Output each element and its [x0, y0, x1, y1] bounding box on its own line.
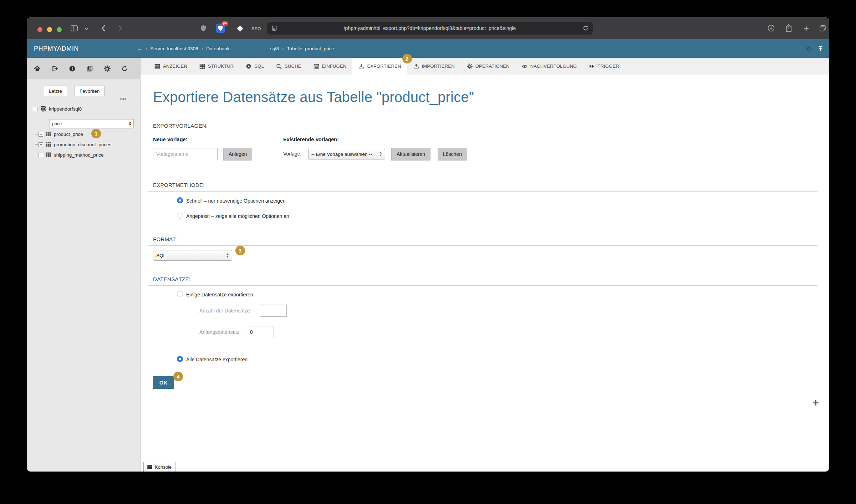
- table-name[interactable]: shipping_method_price: [54, 152, 104, 158]
- template-label: Vorlage:: [283, 151, 301, 157]
- new-tab-button[interactable]: [803, 25, 809, 31]
- tab-label: STRUKTUR: [208, 63, 234, 69]
- favorite-tables-button[interactable]: Favoriten: [75, 86, 105, 96]
- settings-gear-icon[interactable]: [104, 65, 111, 72]
- link-icon[interactable]: [120, 97, 126, 101]
- page-settings-gear-icon[interactable]: [806, 46, 812, 52]
- home-icon[interactable]: [34, 65, 41, 72]
- tab-search[interactable]: SUCHE: [270, 58, 307, 75]
- share-button[interactable]: [785, 24, 792, 32]
- quick-export-radio[interactable]: [177, 197, 183, 203]
- create-template-button[interactable]: Anlegen: [223, 148, 252, 161]
- database-name[interactable]: krippendorfsql8: [49, 106, 82, 112]
- seo-extension-icon[interactable]: SEO: [251, 26, 261, 31]
- section-rows: DATENSÄTZE:: [153, 276, 191, 282]
- tab-label: NACHVERFOLGUNG: [530, 63, 577, 69]
- table-icon: [45, 131, 52, 137]
- tab-label: EXPORTIEREN: [367, 63, 401, 69]
- all-rows-radio[interactable]: [177, 356, 183, 362]
- breadcrumb-separator: ›: [282, 46, 284, 51]
- extension-badge: 9+: [221, 21, 228, 26]
- privacy-shield-icon[interactable]: [200, 25, 207, 32]
- template-select[interactable]: -- Eine Vorlage auswählen --: [308, 149, 385, 159]
- annotation-badge-2: 2: [402, 54, 412, 63]
- recent-tables-button[interactable]: Letzte: [44, 86, 67, 96]
- collapse-expander[interactable]: −: [33, 107, 37, 111]
- update-template-button[interactable]: Aktualisieren: [391, 148, 430, 161]
- table-name[interactable]: product_price: [54, 132, 83, 137]
- close-window-button[interactable]: [37, 27, 42, 32]
- tab-label: SQL: [254, 63, 264, 69]
- table-tab-bar: ANZEIGEN STRUKTUR SQL SUCHE: [141, 58, 829, 75]
- format-select[interactable]: SQL: [153, 250, 232, 261]
- tree-database-row[interactable]: − krippendorfsql8: [33, 104, 82, 113]
- breadcrumb-database-value[interactable]: sql8: [270, 46, 279, 51]
- quick-export-label[interactable]: Schnell – nur notwendige Optionen anzeig…: [186, 198, 286, 204]
- tab-insert[interactable]: EINFÜGEN: [307, 58, 353, 75]
- template-name-input[interactable]: [153, 148, 218, 160]
- tab-label: TRIGGER: [597, 63, 619, 69]
- breadcrumb-separator: ›: [202, 46, 203, 51]
- tab-browse[interactable]: ANZEIGEN: [148, 58, 193, 75]
- screenshot: 9+ SEO /phpmyadmin/tbl_export.php?db=kri…: [0, 0, 856, 504]
- tab-overview-button[interactable]: [819, 25, 826, 32]
- breadcrumb-back-icon[interactable]: ←: [137, 46, 142, 51]
- downloads-button[interactable]: [768, 25, 775, 32]
- divider: [148, 285, 817, 286]
- page-menu-icon[interactable]: [271, 25, 277, 31]
- custom-export-radio[interactable]: [177, 213, 183, 219]
- reload-icon[interactable]: [583, 25, 588, 31]
- some-rows-radio[interactable]: [177, 291, 183, 297]
- tree-table-row[interactable]: + product_price: [39, 129, 83, 139]
- tab-import[interactable]: IMPORTIEREN: [407, 58, 461, 75]
- tab-export[interactable]: EXPORTIEREN 2: [352, 58, 407, 75]
- all-rows-label[interactable]: Alle Datensätze exportieren: [186, 357, 248, 362]
- delete-template-button[interactable]: Löschen: [438, 148, 467, 161]
- table-icon: [45, 152, 52, 158]
- tab-tracking[interactable]: NACHVERFOLGUNG: [516, 58, 583, 75]
- forward-button[interactable]: [118, 25, 123, 32]
- tab-sql[interactable]: SQL: [240, 58, 270, 75]
- tree-line: [35, 114, 35, 156]
- table-icon: [45, 142, 52, 147]
- console-toggle[interactable]: Konsole: [143, 462, 175, 472]
- expand-expander[interactable]: +: [39, 142, 43, 147]
- sidebar-icon-strip: [27, 58, 140, 79]
- breadcrumb-server[interactable]: Server: localhost:3306: [150, 46, 198, 51]
- collapse-top-icon[interactable]: [817, 46, 824, 52]
- tab-triggers[interactable]: TRIGGER: [583, 58, 625, 75]
- documentation-icon[interactable]: [86, 65, 93, 72]
- start-row-input[interactable]: [247, 326, 274, 338]
- address-bar[interactable]: /phpmyadmin/tbl_export.php?db=krippendor…: [267, 22, 593, 35]
- diamond-extension-icon[interactable]: [236, 25, 244, 32]
- tab-label: SUCHE: [285, 63, 301, 69]
- row-count-input[interactable]: [260, 305, 287, 317]
- logout-icon[interactable]: [51, 65, 58, 72]
- tree-table-row[interactable]: + promotion_discount_prices: [39, 140, 111, 149]
- refresh-icon[interactable]: [121, 65, 128, 72]
- table-filter-input[interactable]: [50, 121, 128, 126]
- pma-header-actions: [806, 46, 824, 52]
- info-icon[interactable]: [69, 65, 76, 72]
- filter-clear-button[interactable]: X: [128, 121, 133, 126]
- chevron-down-icon[interactable]: [85, 27, 88, 30]
- tree-table-row[interactable]: + shipping_method_price: [39, 150, 104, 159]
- expand-expander[interactable]: +: [39, 132, 43, 137]
- ok-button[interactable]: OK: [153, 376, 174, 389]
- expand-expander[interactable]: +: [39, 153, 43, 157]
- tab-operations[interactable]: OPERATIONEN: [461, 58, 516, 75]
- new-template-label: Neue Vorlage:: [153, 137, 187, 142]
- some-rows-label[interactable]: Einige Datensätze exportieren: [186, 292, 253, 297]
- pma-logo[interactable]: PHPMYADMIN: [34, 45, 137, 52]
- sidebar-toggle-icon[interactable]: [70, 25, 78, 32]
- content-blocker-extension-icon[interactable]: 9+: [216, 24, 225, 33]
- breadcrumb-table[interactable]: Tabelle: product_price: [287, 46, 334, 51]
- back-button[interactable]: [101, 25, 106, 32]
- tab-structure[interactable]: STRUKTUR: [193, 58, 240, 75]
- minimize-window-button[interactable]: [47, 27, 52, 32]
- zoom-window-button[interactable]: [57, 27, 62, 32]
- table-name[interactable]: promotion_discount_prices: [54, 142, 111, 147]
- section-export-templates: EXPORTVORLAGEN:: [153, 123, 208, 129]
- expand-plus-icon[interactable]: [812, 399, 819, 406]
- custom-export-label[interactable]: Angepasst – zeige alle möglichen Optione…: [186, 213, 289, 219]
